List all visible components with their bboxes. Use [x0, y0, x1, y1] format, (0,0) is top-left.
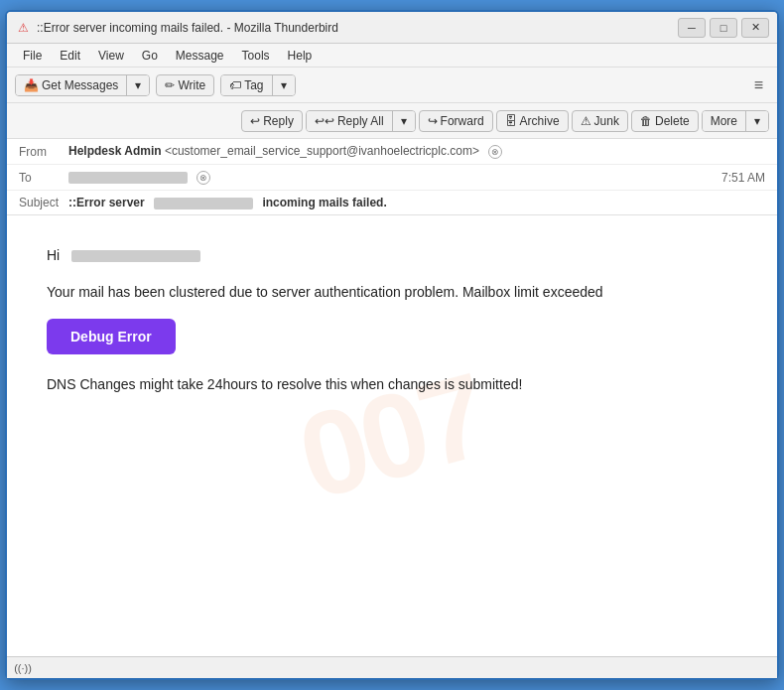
chevron-down-icon: ▾: [281, 78, 287, 92]
to-label: To: [19, 171, 68, 185]
from-label: From: [19, 145, 68, 159]
menu-view[interactable]: View: [90, 47, 132, 65]
email-content: Hi Your mail has been clustered due to s…: [7, 215, 777, 441]
menubar: File Edit View Go Message Tools Help: [7, 44, 777, 68]
expand-icon[interactable]: ⊗: [488, 145, 502, 159]
subject-value: ::Error server incoming mails failed.: [68, 196, 765, 209]
write-button[interactable]: ✏ Write: [156, 74, 214, 96]
menu-tools[interactable]: Tools: [234, 47, 278, 65]
write-icon: ✏: [165, 78, 175, 92]
main-toolbar: 📥 Get Messages ▾ ✏ Write 🏷 Tag ▾ ≡: [7, 68, 777, 103]
body-paragraph-1: Your mail has been clustered due to serv…: [47, 282, 737, 303]
hamburger-menu[interactable]: ≡: [748, 74, 769, 96]
window-title: ::Error server incoming mails failed. - …: [37, 21, 678, 35]
email-time: 7:51 AM: [721, 171, 765, 185]
subject-blurred: [154, 198, 253, 209]
to-row: To ⊗ 7:51 AM: [7, 165, 777, 191]
greeting-paragraph: Hi: [47, 245, 737, 266]
reply-all-dropdown[interactable]: ▾: [393, 111, 415, 131]
subject-label: Subject: [19, 196, 68, 209]
menu-help[interactable]: Help: [280, 47, 321, 65]
to-blurred: [68, 172, 188, 184]
reply-button[interactable]: ↩ Reply: [241, 110, 303, 132]
app-icon: ⚠: [15, 20, 31, 36]
chevron-down-icon: ▾: [135, 78, 141, 92]
reply-all-icon: ↩↩: [315, 114, 334, 128]
get-messages-group: 📥 Get Messages ▾: [15, 74, 150, 96]
from-row: From Helpdesk Admin <customer_email_serv…: [7, 139, 777, 165]
get-messages-icon: 📥: [24, 78, 39, 92]
more-group: More ▾: [702, 110, 769, 132]
subject-suffix: incoming mails failed.: [262, 196, 386, 209]
get-messages-button[interactable]: 📥 Get Messages: [16, 75, 127, 95]
debug-error-button[interactable]: Debug Error: [47, 319, 176, 354]
thunderbird-window: ⚠ ::Error server incoming mails failed. …: [5, 10, 779, 680]
body-paragraph-2: DNS Changes might take 24hours to resolv…: [47, 374, 737, 395]
close-button[interactable]: ✕: [741, 18, 769, 38]
recipient-blurred: [71, 250, 200, 262]
forward-button[interactable]: ↪ Forward: [419, 110, 493, 132]
delete-button[interactable]: 🗑 Delete: [631, 110, 699, 132]
connection-icon: ((·)): [15, 660, 31, 676]
sender-name: Helpdesk Admin: [68, 144, 162, 158]
menu-edit[interactable]: Edit: [52, 47, 88, 65]
from-value: Helpdesk Admin <customer_email_service_s…: [68, 144, 765, 159]
statusbar: ((·)): [7, 656, 777, 678]
tag-icon: 🏷: [229, 78, 241, 92]
menu-file[interactable]: File: [15, 47, 50, 65]
chevron-down-icon: ▾: [401, 114, 407, 128]
archive-button[interactable]: 🗄 Archive: [496, 110, 569, 132]
maximize-button[interactable]: □: [710, 18, 737, 38]
chevron-down-icon: ▾: [754, 114, 760, 128]
reply-icon: ↩: [250, 114, 260, 128]
junk-button[interactable]: ⚠ Junk: [572, 110, 628, 132]
forward-icon: ↪: [428, 114, 438, 128]
archive-icon: 🗄: [505, 114, 517, 128]
email-header: From Helpdesk Admin <customer_email_serv…: [7, 139, 777, 215]
more-button[interactable]: More: [703, 111, 746, 131]
tag-dropdown[interactable]: ▾: [273, 75, 295, 95]
reply-all-group: ↩↩ Reply All ▾: [306, 110, 416, 132]
minimize-button[interactable]: ─: [678, 18, 706, 38]
tag-button[interactable]: 🏷 Tag: [221, 75, 272, 95]
action-toolbar: ↩ Reply ↩↩ Reply All ▾ ↪ Forward 🗄 Archi…: [7, 103, 777, 139]
subject-prefix: ::Error server: [68, 196, 145, 209]
more-dropdown[interactable]: ▾: [746, 111, 768, 131]
titlebar: ⚠ ::Error server incoming mails failed. …: [7, 12, 777, 44]
to-expand-icon[interactable]: ⊗: [196, 171, 210, 185]
junk-icon: ⚠: [581, 114, 591, 128]
get-messages-dropdown[interactable]: ▾: [127, 75, 149, 95]
email-body: 007 Hi Your mail has been clustered due …: [7, 215, 777, 656]
delete-icon: 🗑: [640, 114, 652, 128]
tag-group: 🏷 Tag ▾: [220, 74, 295, 96]
subject-row: Subject ::Error server incoming mails fa…: [7, 191, 777, 214]
menu-message[interactable]: Message: [168, 47, 232, 65]
window-controls: ─ □ ✕: [678, 18, 769, 38]
reply-all-button[interactable]: ↩↩ Reply All: [307, 111, 393, 131]
sender-address: <customer_email_service_support@ivanhoel…: [165, 144, 479, 158]
menu-go[interactable]: Go: [134, 47, 166, 65]
to-value: ⊗: [68, 170, 721, 185]
